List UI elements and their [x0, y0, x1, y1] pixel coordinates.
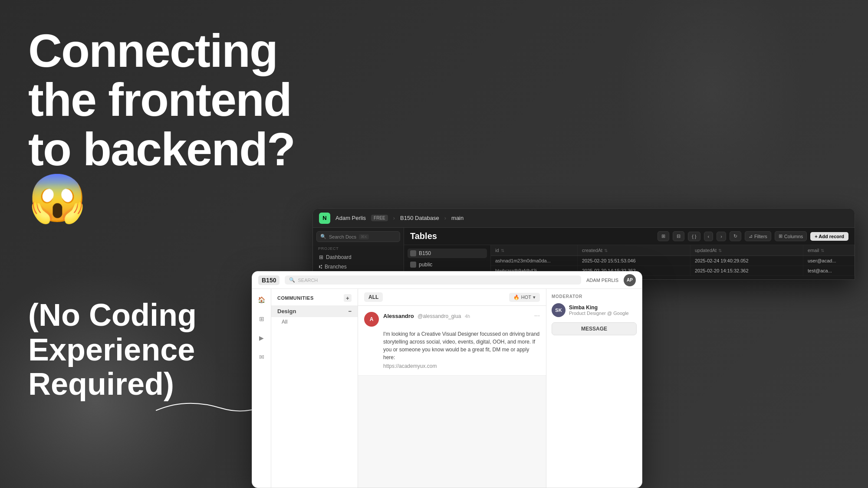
comm-play-icon[interactable]: ▶ [255, 331, 268, 344]
table-row[interactable]: ashnad1m23m0dma0da... 2025-02-20 15:51:5… [491, 256, 855, 266]
comm-moderator-info: Simba King Product Designer @ Google [569, 305, 629, 316]
comm-moderator-card: SK Simba King Product Designer @ Google [552, 303, 637, 317]
comm-moderator-avatar: SK [552, 303, 566, 317]
db-cell-updatedat-0: 2025-02-24 19:40:29.052 [690, 256, 803, 265]
db-search-label: Search Docs [329, 234, 356, 239]
comm-post-link[interactable]: https://academyux.com [364, 363, 540, 369]
comm-all-tab[interactable]: ALL [364, 292, 383, 302]
db-cell-updatedat-1: 2025-02-20 14:15:32.362 [690, 266, 803, 275]
comm-grid-icon[interactable]: ⊞ [255, 312, 268, 325]
hero-title: Connecting the frontend to backend? 😱 [28, 26, 323, 223]
comm-panel-header: COMMUNITIES + [271, 294, 358, 305]
db-cell-id-0: ashnad1m23m0dma0da... [491, 256, 578, 265]
comm-moderator-label: MODERATOR [552, 294, 637, 299]
db-database-name: B150 Database [400, 215, 439, 221]
db-view-api-btn[interactable]: { } [688, 232, 700, 241]
db-toolbar: N Adam Perlis FREE › B150 Database › mai… [313, 209, 855, 228]
db-logo-icon: N [319, 213, 330, 224]
db-view-table-btn[interactable]: ⊟ [673, 231, 684, 241]
comm-add-community-btn[interactable]: + [344, 294, 352, 302]
db-columns-btn[interactable]: ⊞ Columns [775, 231, 807, 241]
db-view-grid-btn[interactable]: ⊞ [658, 231, 669, 241]
db-col-createdat: createdAt ⇅ [578, 245, 690, 255]
db-search-kbd: ⌘K [359, 234, 369, 239]
comm-home-icon[interactable]: 🏠 [255, 293, 268, 306]
db-main-header: Tables ⊞ ⊟ { } ‹ › ↻ ⊿ Filters ⊞ Columns… [404, 228, 855, 245]
fire-icon: 🔥 [513, 295, 519, 300]
comm-avatar: AP [624, 274, 636, 286]
hero-text-area: Connecting the frontend to backend? 😱 [28, 26, 323, 223]
db-separator: › [393, 215, 395, 221]
comm-feed-toolbar: ALL 🔥 HOT ▾ [358, 289, 546, 306]
comm-icon-sidebar: 🏠 ⊞ ▶ ✉ [252, 289, 271, 488]
comm-search-bar[interactable]: 🔍 SEARCH [285, 275, 581, 285]
db-table-b150[interactable]: B150 [408, 249, 487, 258]
comm-moderator-role: Product Designer @ Google [569, 311, 629, 316]
db-col-updatedat: updatedAt ⇅ [690, 245, 803, 255]
comm-nav-all[interactable]: All [271, 317, 358, 327]
db-tables-title: Tables [410, 231, 654, 241]
comm-post-time: 4h [465, 314, 470, 319]
db-cell-createdat-0: 2025-02-20 15:51:53.046 [578, 256, 690, 265]
comm-mail-icon[interactable]: ✉ [255, 350, 268, 364]
comm-body: 🏠 ⊞ ▶ ✉ COMMUNITIES + Design − All ALL [252, 289, 642, 488]
db-separator2: › [444, 215, 446, 221]
db-col-email: email ⇅ [803, 245, 855, 255]
db-refresh-btn[interactable]: ↻ [730, 231, 741, 241]
db-search-bar[interactable]: 🔍 Search Docs ⌘K [316, 231, 400, 242]
db-nav-branches[interactable]: ⑆ Branches [316, 262, 400, 272]
comm-post-header: A Alessandro @alessandro_giua 4h ··· [364, 312, 540, 327]
db-nav-prev-btn[interactable]: ‹ [704, 232, 713, 241]
db-project-label: PROJECT [316, 246, 400, 251]
comm-nav-design[interactable]: Design − [271, 305, 358, 317]
chevron-down-icon: ▾ [533, 295, 536, 300]
comm-moderator-name: Simba King [569, 305, 629, 311]
comm-post-meta: Alessandro @alessandro_giua 4h [383, 312, 530, 320]
comm-feed: ALL 🔥 HOT ▾ A Alessandro @alessandro_giu… [358, 289, 546, 488]
db-user-name: Adam Perlis [335, 215, 366, 221]
comm-communities-panel: COMMUNITIES + Design − All [271, 289, 358, 488]
db-nav-dashboard[interactable]: ⊞ Dashboard [316, 252, 400, 262]
db-filters-btn[interactable]: ⊿ Filters [745, 231, 771, 241]
db-window: N Adam Perlis FREE › B150 Database › mai… [312, 208, 855, 280]
db-table-public[interactable]: public [408, 260, 487, 269]
community-window: B150 🔍 SEARCH ADAM PERLIS AP 🏠 ⊞ ▶ ✉ COM… [252, 271, 642, 488]
comm-user-label: ADAM PERLIS [586, 278, 618, 283]
db-user-badge: FREE [371, 215, 388, 221]
db-cell-email-0: user@acad... [803, 256, 855, 265]
comm-post-avatar: A [364, 312, 379, 327]
comm-hot-filter[interactable]: 🔥 HOT ▾ [509, 293, 540, 302]
more-options-icon[interactable]: ··· [534, 312, 540, 320]
db-add-record-btn[interactable]: + Add record [810, 232, 848, 241]
db-nav-next-btn[interactable]: › [717, 232, 726, 241]
comm-post-author-handle: @alessandro_giua [418, 313, 461, 319]
search-icon: 🔍 [289, 277, 295, 283]
db-col-id: id ⇅ [491, 245, 578, 255]
comm-right-sidebar: MODERATOR SK Simba King Product Designer… [546, 289, 642, 488]
comm-logo: B150 [258, 275, 279, 285]
db-grid-header: id ⇅ createdAt ⇅ updatedAt ⇅ email [491, 245, 855, 256]
comm-post-body: I'm looking for a Creative Visual Design… [364, 330, 540, 361]
comm-message-button[interactable]: MESSAGE [552, 322, 637, 335]
comm-post[interactable]: A Alessandro @alessandro_giua 4h ··· I'm… [358, 306, 546, 376]
comm-toolbar: B150 🔍 SEARCH ADAM PERLIS AP [252, 272, 642, 289]
comm-post-author-name: Alessandro [383, 313, 414, 319]
db-branch-name: main [451, 215, 464, 221]
db-cell-email-1: test@aca... [803, 266, 855, 275]
